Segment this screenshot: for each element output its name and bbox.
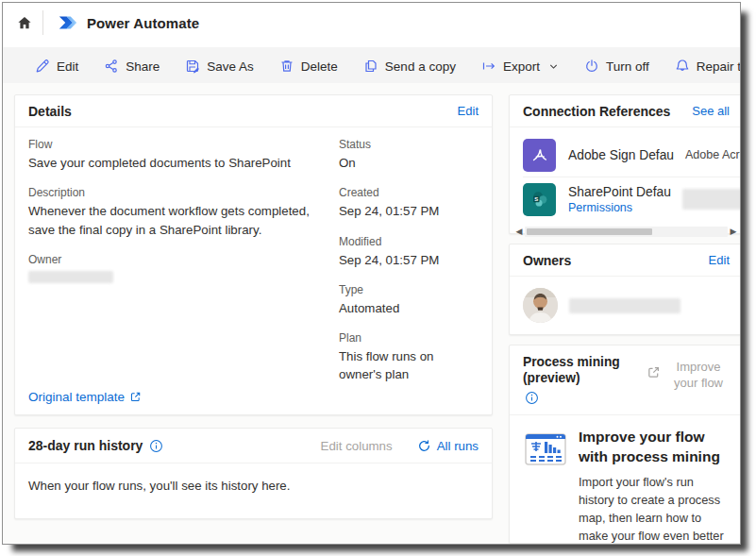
top-bar: Power Automate bbox=[3, 3, 740, 42]
type-value: Automated bbox=[339, 299, 479, 317]
original-template-link[interactable]: Original template bbox=[28, 390, 142, 404]
info-icon[interactable] bbox=[525, 391, 627, 409]
connection-references-card: Connection References See all Adobe Sign… bbox=[509, 94, 741, 234]
adobe-sign-icon bbox=[523, 139, 556, 172]
chevron-down-icon bbox=[548, 61, 559, 72]
delete-button-label: Delete bbox=[301, 59, 338, 74]
details-title: Details bbox=[28, 104, 72, 119]
permissions-link[interactable]: Permissions bbox=[568, 201, 671, 214]
app-window: Power Automate Edit Share bbox=[2, 2, 741, 545]
modified-label: Modified bbox=[339, 235, 479, 248]
export-button[interactable]: Export bbox=[481, 59, 559, 74]
process-mining-illustration bbox=[523, 428, 568, 545]
owner-name-redacted bbox=[569, 298, 680, 313]
process-mining-title: Process mining (preview) bbox=[523, 354, 627, 386]
original-template-label: Original template bbox=[28, 390, 125, 404]
export-arrow-icon bbox=[481, 59, 496, 74]
owner-avatar bbox=[523, 288, 558, 323]
status-label: Status bbox=[339, 138, 479, 151]
turn-off-button-label: Turn off bbox=[606, 59, 649, 74]
trash-icon bbox=[279, 59, 294, 74]
created-label: Created bbox=[339, 186, 479, 199]
pencil-icon bbox=[35, 59, 50, 74]
run-history-card: 28-day run history Edit columns All runs bbox=[14, 428, 493, 519]
connection-name: SharePoint Defau bbox=[568, 185, 671, 199]
sharepoint-icon: S bbox=[523, 183, 556, 216]
owners-edit-link[interactable]: Edit bbox=[709, 253, 730, 267]
description-value: Whenever the document workflow gets comp… bbox=[28, 202, 328, 239]
all-runs-button[interactable]: All runs bbox=[417, 439, 479, 453]
app-title: Power Automate bbox=[87, 15, 199, 31]
top-bar-divider bbox=[42, 10, 43, 35]
process-mining-text-block: Improve your flow with process mining Im… bbox=[579, 428, 730, 545]
modified-field: Modified Sep 24, 01:57 PM bbox=[339, 235, 479, 269]
connection-secondary: Adobe Acrob bbox=[685, 148, 741, 161]
owners-body bbox=[510, 277, 741, 334]
connection-row-sharepoint[interactable]: S SharePoint Defau Permissions bbox=[523, 177, 741, 221]
owner-label: Owner bbox=[28, 253, 328, 266]
share-button[interactable]: Share bbox=[104, 59, 160, 74]
details-right-column: Status On Created Sep 24, 01:57 PM Modif… bbox=[339, 138, 479, 398]
connection-sharepoint-text: SharePoint Defau Permissions bbox=[568, 185, 671, 214]
flow-value: Save your completed documents to SharePo… bbox=[28, 154, 328, 172]
improve-your-flow-label: Improve your flow bbox=[667, 360, 730, 392]
flow-label: Flow bbox=[28, 138, 328, 151]
connection-name: Adobe Sign Defau bbox=[568, 148, 674, 162]
see-all-link[interactable]: See all bbox=[692, 104, 730, 118]
share-button-label: Share bbox=[126, 59, 160, 74]
connection-references-list: Adobe Sign Defau Adobe Acrob S bbox=[510, 127, 741, 221]
improve-your-flow-button[interactable]: Improve your flow bbox=[647, 360, 730, 409]
home-icon bbox=[17, 15, 32, 30]
info-icon[interactable] bbox=[149, 439, 163, 453]
owners-card: Owners Edit bbox=[509, 244, 741, 335]
type-field: Type Automated bbox=[339, 283, 479, 317]
save-as-button[interactable]: Save As bbox=[185, 59, 254, 74]
repair-tips-button-label: Repair tips off bbox=[697, 59, 741, 74]
scroll-right-arrow[interactable]: ▶ bbox=[728, 225, 739, 239]
edit-columns-button[interactable]: Edit columns bbox=[321, 439, 393, 453]
type-label: Type bbox=[339, 283, 479, 296]
process-mining-card: Process mining (preview) bbox=[509, 345, 741, 544]
scrollbar-track[interactable] bbox=[525, 227, 728, 237]
process-mining-body: Improve your flow with process mining Im… bbox=[510, 415, 741, 545]
power-icon bbox=[584, 59, 599, 74]
owner-field: Owner bbox=[28, 253, 328, 283]
edit-button[interactable]: Edit bbox=[35, 59, 78, 74]
power-automate-logo bbox=[57, 11, 79, 34]
description-field: Description Whenever the document workfl… bbox=[28, 186, 328, 239]
details-left-column: Flow Save your completed documents to Sh… bbox=[28, 138, 328, 398]
process-mining-description: Import your flow's run history to create… bbox=[579, 473, 730, 545]
scrollbar-thumb[interactable] bbox=[527, 228, 652, 235]
save-as-icon bbox=[185, 59, 200, 74]
repair-tips-button[interactable]: Repair tips off bbox=[675, 59, 741, 74]
owners-title: Owners bbox=[523, 253, 571, 268]
connection-row-adobe[interactable]: Adobe Sign Defau Adobe Acrob bbox=[523, 133, 741, 177]
status-value: On bbox=[339, 154, 479, 172]
export-button-label: Export bbox=[503, 59, 540, 74]
edit-button-label: Edit bbox=[57, 59, 78, 74]
connection-references-title: Connection References bbox=[523, 104, 670, 119]
details-edit-link[interactable]: Edit bbox=[458, 104, 479, 118]
send-a-copy-button[interactable]: Send a copy bbox=[363, 59, 456, 74]
external-link-icon bbox=[129, 391, 142, 403]
delete-button[interactable]: Delete bbox=[279, 59, 338, 74]
process-mining-title-block: Process mining (preview) bbox=[523, 354, 627, 409]
command-bar: Edit Share Save As bbox=[3, 47, 740, 85]
home-button[interactable] bbox=[10, 8, 39, 37]
details-body: Flow Save your completed documents to Sh… bbox=[15, 127, 492, 398]
turn-off-button[interactable]: Turn off bbox=[584, 59, 649, 74]
svg-text:S: S bbox=[534, 196, 538, 202]
refresh-icon bbox=[417, 439, 431, 453]
details-card-header: Details Edit bbox=[15, 95, 492, 127]
connection-references-header: Connection References See all bbox=[510, 95, 741, 127]
process-mining-heading: Improve your flow with process mining bbox=[579, 428, 730, 465]
save-as-button-label: Save As bbox=[207, 59, 254, 74]
connection-references-scrollbar: ◀ ▶ bbox=[513, 225, 739, 239]
copy-document-icon bbox=[363, 59, 378, 74]
send-a-copy-button-label: Send a copy bbox=[385, 59, 456, 74]
scroll-left-arrow[interactable]: ◀ bbox=[513, 225, 525, 239]
connection-secondary-redacted bbox=[682, 189, 741, 210]
modified-value: Sep 24, 01:57 PM bbox=[339, 251, 479, 269]
bell-icon bbox=[675, 59, 690, 74]
all-runs-label: All runs bbox=[437, 439, 479, 453]
